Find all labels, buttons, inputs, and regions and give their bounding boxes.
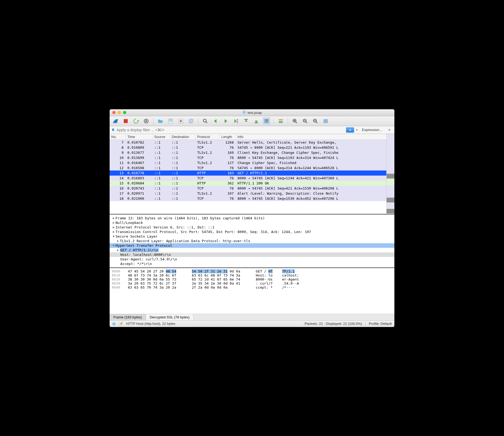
tree-null-loopback[interactable]: ▶Null/Loopback — [110, 220, 394, 225]
svg-rect-21 — [279, 121, 283, 122]
go-to-packet-icon[interactable] — [232, 117, 240, 125]
go-back-icon[interactable] — [212, 117, 219, 125]
col-source[interactable]: Source — [153, 134, 170, 140]
col-no[interactable]: No. — [110, 134, 126, 140]
tree-http-ua[interactable]: User-Agent: curl/7.54.0\r\n — [110, 257, 394, 261]
col-info[interactable]: Info — [236, 134, 394, 140]
go-last-icon[interactable] — [253, 117, 260, 125]
tree-http-host[interactable]: Host: localhost:8000\r\n — [110, 252, 394, 257]
packet-list-header[interactable]: No. Time Source Destination Protocol Len… — [110, 134, 394, 140]
tree-tcp[interactable]: ▶Transmission Control Protocol, Src Port… — [110, 230, 394, 234]
tree-http[interactable]: ▼Hypertext Transfer Protocol — [110, 243, 394, 248]
svg-rect-17 — [265, 121, 269, 122]
display-filter-input[interactable] — [116, 127, 345, 133]
shark-fin-icon[interactable] — [112, 117, 119, 125]
close-window-button[interactable] — [112, 111, 116, 114]
svg-rect-19 — [279, 119, 283, 120]
tab-frame-bytes[interactable]: Frame (183 bytes) — [110, 314, 146, 320]
restart-capture-icon[interactable] — [132, 117, 140, 125]
svg-rect-29 — [325, 119, 326, 123]
apply-filter-button[interactable] — [346, 127, 354, 133]
document-icon — [242, 110, 246, 115]
expression-button[interactable]: Expression… — [360, 127, 385, 132]
svg-rect-28 — [324, 119, 325, 123]
traffic-lights — [112, 111, 126, 114]
expert-info-icon[interactable] — [112, 322, 116, 325]
tree-ssl[interactable]: ▼Secure Sockets Layer — [110, 234, 394, 239]
edit-icon[interactable] — [119, 322, 123, 326]
packet-row[interactable]: 140.016803::1::1TCP768000 → 54745 [ACK] … — [110, 176, 394, 181]
packet-list-pane: No. Time Source Destination Protocol Len… — [110, 134, 394, 215]
svg-rect-11 — [237, 121, 238, 121]
col-destination[interactable]: Destination — [170, 134, 196, 140]
zoom-in-icon[interactable] — [291, 117, 299, 125]
packet-row[interactable]: 170.020971::1::1TLSv1.2107Alert (Level: … — [110, 191, 394, 196]
colorize-icon[interactable] — [277, 117, 285, 125]
related-packet-arrow-icon: → — [110, 171, 111, 175]
svg-rect-20 — [279, 120, 283, 121]
col-length[interactable]: Length — [220, 134, 236, 140]
filter-dropdown-icon[interactable]: ▾ — [355, 128, 359, 131]
svg-rect-30 — [327, 119, 328, 123]
packet-details-pane[interactable]: ▶Frame 13: 183 bytes on wire (1464 bits)… — [110, 215, 394, 268]
titlebar: test.pcap — [110, 109, 394, 116]
tree-http-get[interactable]: ▶GET / HTTP/1.1\r\n — [110, 248, 394, 252]
toolbar — [110, 116, 394, 126]
related-packet-arrow-icon: ← — [110, 181, 111, 185]
zoom-reset-icon[interactable] — [312, 117, 319, 125]
packet-row[interactable]: 110.016467::1::1TLSv1.2127Change Cipher … — [110, 160, 394, 165]
packet-bytes-pane[interactable]: 0000 47 45 54 20 2f 20 48 54 54 50 2f 31… — [110, 268, 394, 314]
tab-decrypted-ssl[interactable]: Decrypted SSL (78 bytes) — [146, 314, 193, 320]
tree-tls-record[interactable]: ▶TLSv1.2 Record Layer: Application Data … — [110, 239, 394, 243]
hex-row: 00303a 20 63 75 72 6c 2f 372e 35 34 2e 3… — [112, 281, 392, 285]
open-file-icon[interactable] — [157, 117, 164, 125]
packet-row[interactable]: 80.010809::1::1TCP7654745 → 8000 [ACK] S… — [110, 145, 394, 150]
status-packet-count: Packets: 22 · Displayed: 22 (100.0%) — [305, 322, 362, 326]
packet-row[interactable]: 100.013699::1::1TCP768000 → 54745 [ACK] … — [110, 155, 394, 160]
wireshark-window: test.pcap ▾ Expression… + — [110, 109, 394, 327]
packet-row[interactable]: 90.013677::1::1TLSv1.2169Client Key Exch… — [110, 150, 394, 155]
go-first-icon[interactable] — [242, 117, 250, 125]
auto-scroll-icon[interactable] — [263, 117, 270, 125]
packet-list-body[interactable]: 70.010782::1::1TLSv1.21268Server Hello, … — [110, 140, 394, 214]
minimize-window-button[interactable] — [118, 111, 121, 114]
reload-file-icon[interactable] — [187, 117, 195, 125]
packet-row[interactable]: 120.016508::1::1TCP7654745 → 8000 [ACK] … — [110, 165, 394, 170]
packet-row[interactable]: →130.016778::1::1HTTP183GET / HTTP/1.1 — [110, 170, 394, 176]
resize-columns-icon[interactable] — [322, 117, 329, 125]
svg-rect-4 — [169, 119, 172, 120]
zoom-out-icon[interactable] — [301, 117, 309, 125]
packet-row[interactable]: 70.010782::1::1TLSv1.21268Server Hello, … — [110, 140, 394, 145]
packet-row[interactable]: ←150.020684::1::1HTTP362HTTP/1.1 200 OK — [110, 181, 394, 186]
packet-row[interactable]: 160.020743::1::1TCP768000 → 54745 [ACK] … — [110, 186, 394, 191]
col-time[interactable]: Time — [126, 134, 153, 140]
svg-rect-10 — [237, 119, 238, 120]
svg-rect-0 — [124, 119, 128, 123]
close-file-icon[interactable] — [177, 117, 185, 125]
svg-rect-5 — [169, 120, 172, 121]
zoom-window-button[interactable] — [123, 111, 126, 114]
status-profile[interactable]: Profile: Default — [369, 322, 392, 326]
filterbar: ▾ Expression… + — [110, 126, 394, 134]
hex-row: 001048 6f 73 74 3a 20 6c 6f63 61 6c 68 6… — [112, 273, 392, 277]
stop-capture-icon[interactable] — [122, 117, 129, 125]
svg-rect-14 — [255, 122, 258, 123]
tree-ipv6[interactable]: ▶Internet Protocol Version 6, Src: ::1, … — [110, 225, 394, 230]
go-forward-icon[interactable] — [222, 117, 229, 125]
add-filter-button[interactable]: + — [386, 127, 393, 133]
save-file-icon[interactable] — [167, 117, 174, 125]
packet-navmap[interactable] — [386, 134, 394, 214]
find-packet-icon[interactable] — [201, 117, 209, 125]
capture-options-icon[interactable] — [142, 117, 150, 125]
title-text: test.pcap — [248, 111, 262, 115]
svg-rect-22 — [279, 122, 283, 123]
tree-http-accept[interactable]: Accept: */*\r\n — [110, 261, 394, 266]
svg-rect-15 — [265, 119, 269, 120]
svg-rect-13 — [244, 119, 248, 119]
bookmark-icon[interactable] — [111, 128, 115, 132]
svg-rect-18 — [265, 122, 269, 123]
hex-row: 004063 63 65 70 74 3a 20 2a2f 2a 0d 0a 0… — [112, 285, 392, 289]
packet-row[interactable]: 180.021000::1::1TCP768000 → 54745 [ACK] … — [110, 196, 394, 201]
col-protocol[interactable]: Protocol — [196, 134, 220, 140]
tree-frame[interactable]: ▶Frame 13: 183 bytes on wire (1464 bits)… — [110, 216, 394, 220]
